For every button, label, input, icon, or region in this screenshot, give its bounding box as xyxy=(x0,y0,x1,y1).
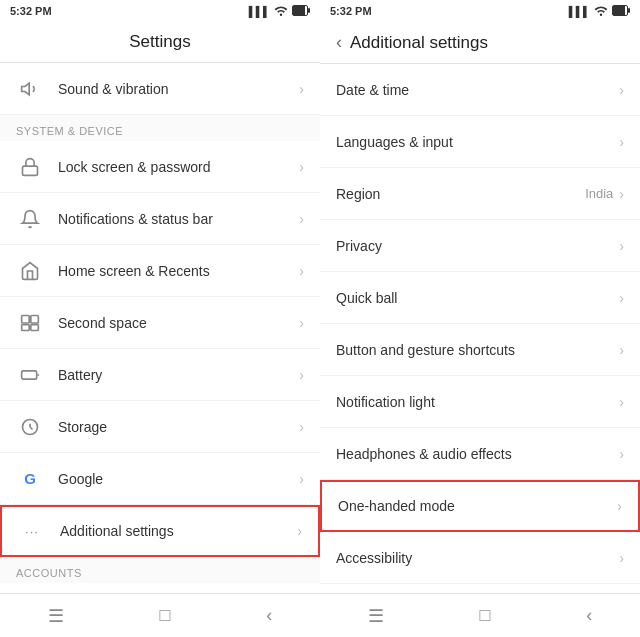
svg-rect-4 xyxy=(22,315,30,323)
lock-chevron: › xyxy=(299,159,304,175)
right-back-btn[interactable]: ‹ xyxy=(566,597,612,634)
languages-item[interactable]: Languages & input › xyxy=(320,116,640,168)
left-time: 5:32 PM xyxy=(10,5,52,17)
right-home-btn[interactable]: □ xyxy=(460,597,511,634)
left-back-btn[interactable]: ‹ xyxy=(246,597,292,634)
one-handed-mode-chevron: › xyxy=(617,498,622,514)
back-button[interactable]: ‹ xyxy=(336,32,342,53)
left-status-bar: 5:32 PM ▌▌▌ xyxy=(0,0,320,22)
headphones-label: Headphones & audio effects xyxy=(336,446,619,462)
left-header: Settings xyxy=(0,22,320,63)
home-chevron: › xyxy=(299,263,304,279)
notification-light-item[interactable]: Notification light › xyxy=(320,376,640,428)
sound-label: Sound & vibration xyxy=(58,81,299,97)
second-space-item[interactable]: Second space › xyxy=(0,297,320,349)
date-time-label: Date & time xyxy=(336,82,619,98)
right-panel: 5:32 PM ▌▌▌ ‹ Additional settings Date &… xyxy=(320,0,640,637)
home-screen-item[interactable]: Home screen & Recents › xyxy=(0,245,320,297)
storage-item[interactable]: Storage › xyxy=(0,401,320,453)
notifications-chevron: › xyxy=(299,211,304,227)
left-panel: 5:32 PM ▌▌▌ Settings Sound & vibration ›… xyxy=(0,0,320,637)
svg-rect-3 xyxy=(23,166,38,175)
languages-label: Languages & input xyxy=(336,134,619,150)
left-menu-btn[interactable]: ☰ xyxy=(28,597,84,635)
right-time: 5:32 PM xyxy=(330,5,372,17)
svg-rect-1 xyxy=(293,6,305,15)
lock-screen-item[interactable]: Lock screen & password › xyxy=(0,141,320,193)
google-icon: G xyxy=(16,465,44,493)
developer-options-item[interactable]: Developer options › xyxy=(320,584,640,593)
notification-light-chevron: › xyxy=(619,394,624,410)
one-handed-mode-item[interactable]: One-handed mode › xyxy=(320,480,640,532)
battery-chevron: › xyxy=(299,367,304,383)
mi-account-item[interactable]: Mi Mi Account › xyxy=(0,583,320,593)
svg-rect-8 xyxy=(22,370,37,378)
home-label: Home screen & Recents xyxy=(58,263,299,279)
notification-light-label: Notification light xyxy=(336,394,619,410)
button-gestures-label: Button and gesture shortcuts xyxy=(336,342,619,358)
date-time-chevron: › xyxy=(619,82,624,98)
quick-ball-label: Quick ball xyxy=(336,290,619,306)
google-chevron: › xyxy=(299,471,304,487)
right-wifi-icon xyxy=(594,4,608,18)
sound-chevron: › xyxy=(299,81,304,97)
storage-label: Storage xyxy=(58,419,299,435)
google-label: Google xyxy=(58,471,299,487)
sound-item[interactable]: Sound & vibration › xyxy=(0,63,320,115)
google-item[interactable]: G Google › xyxy=(0,453,320,505)
region-value: India xyxy=(585,186,613,201)
privacy-chevron: › xyxy=(619,238,624,254)
region-chevron: › xyxy=(619,186,624,202)
svg-rect-14 xyxy=(613,6,625,15)
headphones-item[interactable]: Headphones & audio effects › xyxy=(320,428,640,480)
second-space-chevron: › xyxy=(299,315,304,331)
additional-settings-item[interactable]: ··· Additional settings › xyxy=(0,505,320,557)
right-nav-bar: ☰ □ ‹ xyxy=(320,593,640,637)
lock-icon xyxy=(16,153,44,181)
svg-rect-5 xyxy=(31,315,39,323)
right-signal-icon: ▌▌▌ xyxy=(569,6,590,17)
region-item[interactable]: Region India › xyxy=(320,168,640,220)
storage-icon xyxy=(16,413,44,441)
svg-rect-15 xyxy=(628,8,630,13)
svg-rect-7 xyxy=(31,324,39,330)
accounts-label: ACCOUNTS xyxy=(0,557,320,583)
wifi-icon xyxy=(274,4,288,18)
region-label: Region xyxy=(336,186,585,202)
right-settings-list: Date & time › Languages & input › Region… xyxy=(320,64,640,593)
right-title: Additional settings xyxy=(350,33,488,53)
notifications-item[interactable]: Notifications & status bar › xyxy=(0,193,320,245)
accessibility-chevron: › xyxy=(619,550,624,566)
battery-icon xyxy=(16,361,44,389)
accessibility-label: Accessibility xyxy=(336,550,619,566)
right-battery-icon xyxy=(612,5,630,18)
accessibility-item[interactable]: Accessibility › xyxy=(320,532,640,584)
svg-rect-6 xyxy=(22,324,30,330)
right-menu-btn[interactable]: ☰ xyxy=(348,597,404,635)
left-home-btn[interactable]: □ xyxy=(140,597,191,634)
privacy-item[interactable]: Privacy › xyxy=(320,220,640,272)
right-status-icons: ▌▌▌ xyxy=(569,4,630,18)
notifications-icon xyxy=(16,205,44,233)
date-time-item[interactable]: Date & time › xyxy=(320,64,640,116)
sound-icon xyxy=(16,75,44,103)
lock-label: Lock screen & password xyxy=(58,159,299,175)
second-space-icon xyxy=(16,309,44,337)
left-nav-bar: ☰ □ ‹ xyxy=(0,593,320,637)
battery-item[interactable]: Battery › xyxy=(0,349,320,401)
right-status-bar: 5:32 PM ▌▌▌ xyxy=(320,0,640,22)
quick-ball-chevron: › xyxy=(619,290,624,306)
system-device-label: SYSTEM & DEVICE xyxy=(0,115,320,141)
additional-settings-chevron: › xyxy=(297,523,302,539)
notifications-label: Notifications & status bar xyxy=(58,211,299,227)
quick-ball-item[interactable]: Quick ball › xyxy=(320,272,640,324)
svg-line-12 xyxy=(30,427,33,430)
right-header: ‹ Additional settings xyxy=(320,22,640,64)
additional-settings-label: Additional settings xyxy=(60,523,297,539)
languages-chevron: › xyxy=(619,134,624,150)
svg-rect-2 xyxy=(308,8,310,13)
headphones-chevron: › xyxy=(619,446,624,462)
button-gestures-item[interactable]: Button and gesture shortcuts › xyxy=(320,324,640,376)
additional-settings-icon: ··· xyxy=(18,517,46,545)
privacy-label: Privacy xyxy=(336,238,619,254)
